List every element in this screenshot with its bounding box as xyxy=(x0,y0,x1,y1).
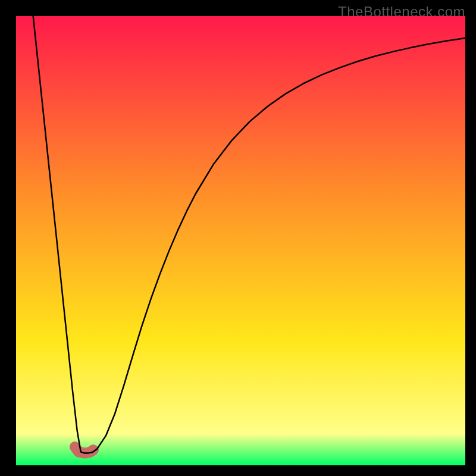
gradient-bg xyxy=(16,16,465,465)
chart-frame: TheBottleneck.com xyxy=(0,0,476,476)
plot-area xyxy=(16,16,465,465)
chart-svg xyxy=(16,16,465,465)
